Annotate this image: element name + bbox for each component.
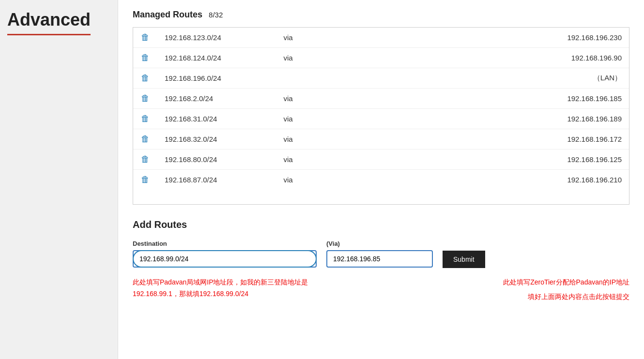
managed-routes-count: 8/32 [209, 11, 223, 19]
destination-group: Destination [133, 240, 317, 268]
route-gateway: 192.168.196.230 [312, 28, 629, 48]
page-title: Advanced [7, 10, 91, 35]
route-gateway: 192.168.196.210 [312, 170, 629, 190]
delete-route-cell[interactable]: 🗑 [133, 89, 157, 109]
trash-icon[interactable]: 🗑 [141, 53, 150, 63]
delete-route-cell[interactable]: 🗑 [133, 170, 157, 190]
trash-icon[interactable]: 🗑 [141, 114, 150, 124]
submit-group: Submit [443, 240, 485, 268]
trash-icon[interactable]: 🗑 [141, 32, 150, 43]
table-row: 🗑192.168.32.0/24via192.168.196.172 [133, 129, 629, 150]
route-destination: 192.168.87.0/24 [157, 170, 264, 190]
annotation-left-text: 此处填写Padavan局域网IP地址段，如我的新三登陆地址是192.168.99… [133, 277, 326, 300]
via-group: (Via) [326, 240, 433, 268]
managed-routes-box: 🗑192.168.123.0/24via192.168.196.230🗑192.… [133, 27, 629, 205]
route-gateway: （LAN） [312, 68, 629, 89]
table-row: 🗑192.168.31.0/24via192.168.196.189 [133, 109, 629, 129]
route-gateway: 192.168.196.185 [312, 89, 629, 109]
annotation-left: 此处填写Padavan局域网IP地址段，如我的新三登陆地址是192.168.99… [133, 273, 326, 303]
route-via: via [264, 150, 312, 170]
route-destination: 192.168.31.0/24 [157, 109, 264, 129]
add-routes-form-row: Destination (Via) Submit [133, 240, 629, 268]
table-row: 🗑192.168.2.0/24via192.168.196.185 [133, 89, 629, 109]
route-via: via [264, 89, 312, 109]
via-input[interactable] [326, 250, 433, 268]
route-via: via [264, 109, 312, 129]
sidebar: Advanced [0, 0, 118, 359]
add-routes-section: Add Routes Destination (Via) Submit [133, 219, 629, 303]
annotations-row: 此处填写Padavan局域网IP地址段，如我的新三登陆地址是192.168.99… [133, 273, 629, 303]
table-row: 🗑192.168.124.0/24via192.168.196.90 [133, 48, 629, 68]
annotation-right-top: 此处填写ZeroTier分配给Padavan的IP地址 [503, 277, 629, 288]
route-via: via [264, 170, 312, 190]
routes-table: 🗑192.168.123.0/24via192.168.196.230🗑192.… [133, 28, 629, 190]
delete-route-cell[interactable]: 🗑 [133, 48, 157, 68]
annotation-right: 此处填写ZeroTier分配给Padavan的IP地址 填好上面两处内容点击此按… [336, 273, 629, 303]
delete-route-cell[interactable]: 🗑 [133, 28, 157, 48]
annotation-right-bottom: 填好上面两处内容点击此按钮提交 [528, 291, 629, 303]
delete-route-cell[interactable]: 🗑 [133, 109, 157, 129]
trash-icon[interactable]: 🗑 [141, 175, 150, 185]
route-via [264, 68, 312, 89]
managed-routes-header: Managed Routes 8/32 [133, 10, 629, 20]
via-label: (Via) [326, 240, 433, 247]
destination-label: Destination [133, 240, 317, 247]
trash-icon[interactable]: 🗑 [141, 154, 150, 165]
route-destination: 192.168.2.0/24 [157, 89, 264, 109]
route-destination: 192.168.32.0/24 [157, 129, 264, 150]
route-destination: 192.168.123.0/24 [157, 28, 264, 48]
destination-input[interactable] [133, 250, 317, 268]
route-via: via [264, 28, 312, 48]
add-routes-title: Add Routes [133, 219, 629, 230]
route-gateway: 192.168.196.189 [312, 109, 629, 129]
delete-route-cell[interactable]: 🗑 [133, 68, 157, 89]
delete-route-cell[interactable]: 🗑 [133, 150, 157, 170]
table-row: 🗑192.168.80.0/24via192.168.196.125 [133, 150, 629, 170]
table-row: 🗑192.168.87.0/24via192.168.196.210 [133, 170, 629, 190]
table-row: 🗑192.168.196.0/24（LAN） [133, 68, 629, 89]
route-destination: 192.168.196.0/24 [157, 68, 264, 89]
route-destination: 192.168.80.0/24 [157, 150, 264, 170]
delete-route-cell[interactable]: 🗑 [133, 129, 157, 150]
trash-icon[interactable]: 🗑 [141, 93, 150, 104]
route-gateway: 192.168.196.90 [312, 48, 629, 68]
trash-icon[interactable]: 🗑 [141, 73, 150, 83]
route-via: via [264, 129, 312, 150]
managed-routes-section: Managed Routes 8/32 🗑192.168.123.0/24via… [133, 10, 629, 205]
submit-button[interactable]: Submit [443, 251, 485, 268]
route-destination: 192.168.124.0/24 [157, 48, 264, 68]
route-gateway: 192.168.196.172 [312, 129, 629, 150]
trash-icon[interactable]: 🗑 [141, 134, 150, 144]
route-gateway: 192.168.196.125 [312, 150, 629, 170]
table-row: 🗑192.168.123.0/24via192.168.196.230 [133, 28, 629, 48]
destination-input-wrapper [133, 250, 317, 268]
route-via: via [264, 48, 312, 68]
main-content: Managed Routes 8/32 🗑192.168.123.0/24via… [118, 0, 644, 359]
